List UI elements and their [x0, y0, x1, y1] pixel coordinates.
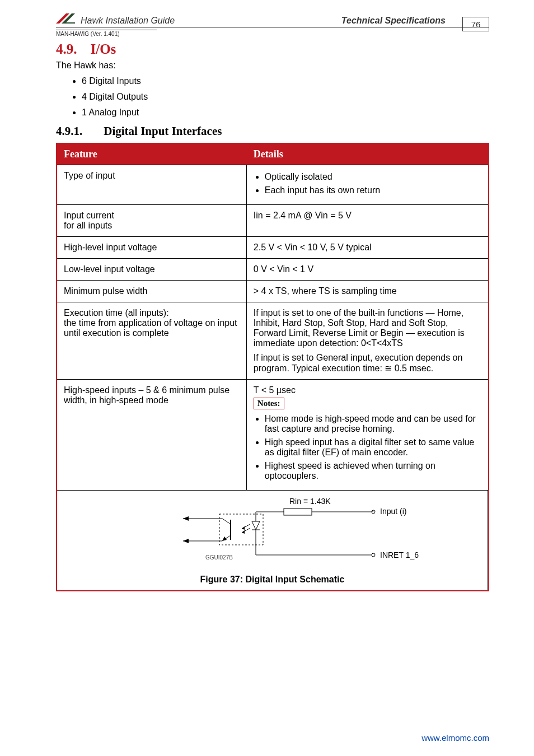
cell-para: If input is set to one of the built-in f… [254, 308, 481, 348]
svg-marker-7 [252, 521, 260, 530]
cell-text: for all inputs [64, 221, 240, 231]
details-cell: If input is set to one of the built-in f… [247, 302, 488, 379]
feature-cell: Input current for all inputs [57, 204, 247, 236]
details-cell: T < 5 µsec Notes: Home mode is high-spee… [247, 379, 488, 490]
figure-caption: Figure 37: Digital Input Schematic [64, 575, 481, 585]
subsection-heading: 4.9.1. Digital Input Interfaces [56, 124, 489, 138]
svg-line-15 [222, 519, 231, 524]
svg-point-24 [372, 553, 375, 557]
feature-cell: Type of input [57, 165, 247, 204]
details-cell: Optically isolated Each input has its ow… [247, 165, 488, 204]
schematic-row: Rin = 1.43K Input (i) [57, 490, 488, 590]
section-title: I/Os [91, 41, 116, 57]
cell-bullet: High speed input has a digital filter se… [265, 437, 481, 458]
cell-lead: T < 5 µsec [254, 385, 481, 395]
rin-label: Rin = 1.43K [289, 497, 331, 506]
section-heading: 4.9. I/Os [56, 41, 489, 57]
details-cell: Iin = 2.4 mA @ Vin = 5 V [247, 204, 488, 236]
cell-bullet: Home mode is high-speed mode and can be … [265, 414, 481, 434]
header-title: Hawk Installation Guide [81, 16, 175, 26]
cell-para: If input is set to General input, execut… [254, 353, 481, 374]
svg-marker-19 [183, 516, 189, 521]
spec-table: Feature Details Type of input Optically … [56, 143, 489, 591]
table-row: High-level input voltage 2.5 V < Vin < 1… [57, 236, 488, 258]
page-header: Hawk Installation Guide Technical Specif… [56, 11, 489, 27]
footer-url[interactable]: www.elmomc.com [421, 733, 489, 743]
man-version-line: MAN-HAWIG (Ver. 1.401) [56, 30, 157, 37]
feature-cell: Minimum pulse width [57, 280, 247, 302]
table-header-feature: Feature [57, 144, 247, 165]
table-row: Execution time (all inputs): the time fr… [57, 302, 488, 379]
svg-marker-12 [242, 530, 245, 534]
svg-rect-4 [284, 508, 312, 515]
table-row: Type of input Optically isolated Each in… [57, 165, 488, 204]
feature-cell: High-speed inputs – 5 & 6 minimum pulse … [57, 379, 247, 490]
cell-bullet: Highest speed is achieved when turning o… [265, 461, 481, 481]
section-number: 4.9. [56, 41, 77, 57]
header-spec: Technical Specifications [341, 16, 446, 26]
table-row: Low-level input voltage 0 V < Vin < 1 V [57, 258, 488, 280]
bullet-item: 4 Digital Outputs [82, 92, 489, 102]
details-cell: > 4 x TS, where TS is sampling time [247, 280, 488, 302]
schematic-cell: Rin = 1.43K Input (i) [57, 490, 488, 590]
svg-marker-10 [242, 526, 245, 530]
cell-bullet: Optically isolated [265, 172, 481, 182]
feature-cell: Low-level input voltage [57, 258, 247, 280]
bullet-item: 6 Digital Inputs [82, 76, 489, 86]
table-row: Input current for all inputs Iin = 2.4 m… [57, 204, 488, 236]
feature-bullets: 6 Digital Inputs 4 Digital Outputs 1 Ana… [82, 76, 489, 118]
details-cell: 0 V < Vin < 1 V [247, 258, 488, 280]
feature-cell: High-level input voltage [57, 236, 247, 258]
cell-text: Type of input [64, 171, 115, 180]
table-header-details: Details [247, 144, 488, 165]
logo [56, 11, 75, 26]
bullet-item: 1 Analog Input [82, 108, 489, 118]
gg-label: GGUI027B [205, 554, 233, 561]
subsection-title: Digital Input Interfaces [104, 124, 222, 138]
cell-text: Execution time (all inputs): [64, 308, 240, 318]
table-row: High-speed inputs – 5 & 6 minimum pulse … [57, 379, 488, 490]
section-intro: The Hawk has: [56, 60, 489, 71]
feature-cell: Execution time (all inputs): the time fr… [57, 302, 247, 379]
details-cell: 2.5 V < Vin < 10 V, 5 V typical [247, 236, 488, 258]
cell-text: the time from application of voltage on … [64, 318, 240, 338]
table-row: Minimum pulse width > 4 x TS, where TS i… [57, 280, 488, 302]
subsection-number: 4.9.1. [56, 124, 82, 138]
inret-label: INRET 1_6 [380, 550, 419, 559]
page-number: 76 [462, 17, 489, 31]
digital-input-schematic: Rin = 1.43K Input (i) [116, 496, 429, 569]
svg-marker-21 [183, 539, 189, 543]
input-label: Input (i) [380, 507, 406, 516]
notes-label: Notes: [254, 398, 284, 409]
cell-bullet: Each input has its own return [265, 185, 481, 195]
cell-text: Input current [64, 211, 240, 221]
